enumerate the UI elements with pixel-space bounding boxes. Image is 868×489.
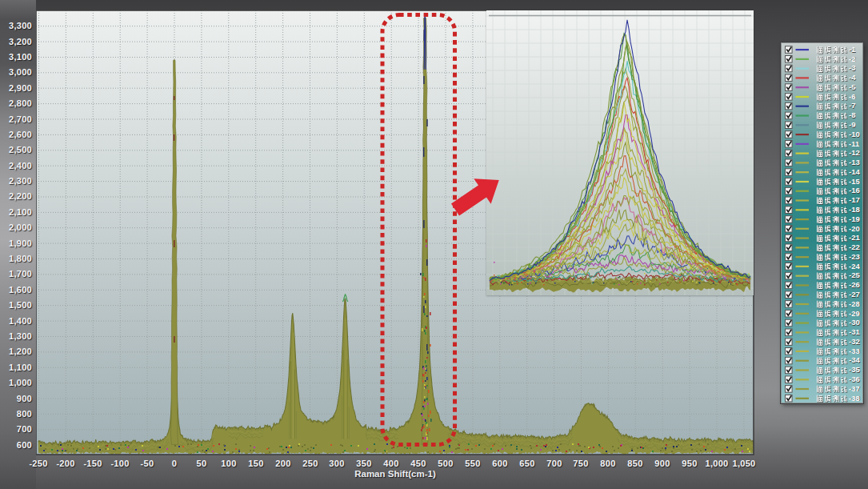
svg-text:-30: -30 — [849, 318, 860, 327]
svg-text:-7: -7 — [849, 101, 855, 110]
svg-text:-5: -5 — [849, 82, 856, 91]
svg-text:-24: -24 — [849, 262, 860, 271]
svg-text:-31: -31 — [849, 327, 860, 336]
svg-text:-22: -22 — [849, 242, 860, 251]
svg-text:-28: -28 — [849, 299, 860, 308]
svg-text:-21: -21 — [849, 233, 860, 242]
svg-text:-34: -34 — [849, 355, 860, 364]
svg-text:-36: -36 — [849, 375, 860, 383]
svg-text:-26: -26 — [849, 280, 860, 289]
svg-text:-20: -20 — [849, 224, 860, 233]
svg-text:-12: -12 — [849, 148, 860, 157]
svg-text:-16: -16 — [849, 186, 860, 194]
svg-text:-10: -10 — [849, 130, 860, 138]
svg-text:-3: -3 — [849, 63, 855, 72]
svg-text:-23: -23 — [849, 252, 860, 261]
svg-text:-13: -13 — [849, 158, 860, 166]
svg-text:-38: -38 — [849, 394, 860, 403]
svg-text:-15: -15 — [849, 177, 860, 186]
svg-text:-27: -27 — [849, 290, 860, 299]
svg-text:-11: -11 — [849, 139, 860, 148]
svg-text:-37: -37 — [849, 384, 860, 393]
svg-text:-19: -19 — [849, 214, 860, 223]
svg-text:-9: -9 — [849, 120, 855, 129]
svg-text:-29: -29 — [849, 309, 860, 318]
svg-text:-32: -32 — [849, 337, 860, 346]
svg-text:-2: -2 — [849, 54, 855, 63]
svg-text:-33: -33 — [849, 347, 860, 355]
svg-text:-18: -18 — [849, 205, 860, 214]
svg-text:-4: -4 — [849, 73, 856, 82]
svg-text:-8: -8 — [849, 110, 855, 119]
svg-text:-6: -6 — [849, 92, 855, 101]
svg-text:-1: -1 — [849, 45, 856, 54]
svg-text:-25: -25 — [849, 271, 860, 279]
svg-text:-17: -17 — [849, 195, 860, 204]
svg-text:-35: -35 — [849, 365, 860, 374]
svg-text:-14: -14 — [849, 167, 860, 176]
